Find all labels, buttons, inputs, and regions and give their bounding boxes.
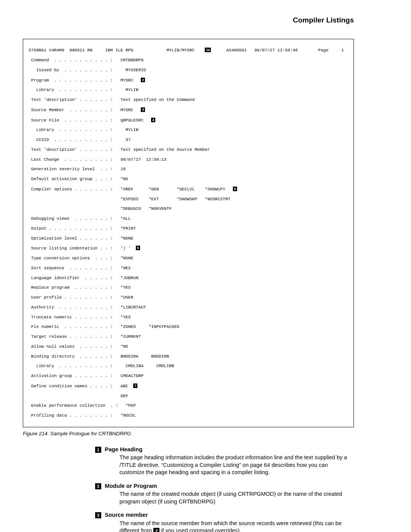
cmd-compiler-options3: *DEBUGIO *NOEVENTF [29, 206, 348, 211]
cmd-typeconv: Type conversion options . . . : *NONE [29, 256, 348, 261]
cmd-defactgrp: Default activation group . . . : *NO [29, 177, 348, 182]
cmd-fixnum: Fix numeric . . . . . . . . . : *ZONED *… [29, 324, 348, 329]
cmd-text-desc2: Text 'description' . . . . . . : Text sp… [29, 147, 348, 152]
cmd-truncnum: Truncate numeric . . . . . . . : *YES [29, 315, 348, 320]
cmd-bnddir-lib: Library . . . . . . . . . . : CMDLIBA CM… [29, 364, 348, 369]
callout-3: 3 [141, 107, 145, 112]
def-body-3b: if you used command overrides). [161, 527, 241, 532]
callout-4: 4 [151, 118, 155, 122]
listing-prod-info-a: 5769RG1 V4R4M0 990521 RN IBM ILE RPG MYL… [29, 48, 205, 53]
cmd-optlevel: Optimization level . . . . . . : *NONE [29, 236, 348, 241]
cmd-profdata: Profiling data . . . . . . . . : *NOCOL [29, 413, 348, 418]
def-body-1: The page heading information includes th… [119, 454, 350, 476]
callout-1a: 1a [205, 48, 211, 52]
cmd-userprof: User profile . . . . . . . . . : *USER [29, 295, 348, 300]
callout-7: 7 [133, 383, 137, 388]
callout-5: 5 [233, 187, 237, 191]
def-num-1: 1 [95, 447, 101, 453]
cmd-src-indent: Source listing indentation . . : '| ' [29, 246, 136, 251]
cmd-langid: Language identifier . . . . . : *JOBRUN [29, 276, 348, 281]
cmd-source-member: Source Member . . . . . . . . : MYSRC [29, 108, 141, 112]
page-header: Compiler Listings [19, 15, 354, 26]
definition-list: 1 Page Heading The page heading informat… [95, 445, 350, 532]
cmd-output: Output . . . . . . . . . . . . : *PRINT [29, 226, 348, 231]
cmd-command: Command . . . . . . . . . . . : CRTBNDRP… [29, 58, 348, 63]
cmd-defcond2: DEF [29, 394, 348, 399]
def-title-1: Page Heading [105, 446, 142, 452]
def-title-2: Module or Program [105, 482, 157, 489]
cmd-actgrp: Activation group . . . . . . . : CMDACTG… [29, 374, 348, 379]
cmd-perfcol: Enable performance collection . : *PEP [29, 403, 348, 408]
def-body-2: The name of the created module object (i… [119, 490, 350, 505]
cmd-program-lib: Library . . . . . . . . . . : MYLIB [29, 88, 348, 93]
def-item-2: 2 Module or Program The name of the crea… [95, 482, 350, 505]
def-item-3: 3 Source member The name of the source m… [95, 511, 350, 532]
compiler-listing-box: 5769RG1 V4R4M0 990521 RN IBM ILE RPG MYL… [23, 39, 354, 427]
def-title-3: Source member [105, 511, 148, 518]
cmd-bnddir: Binding directory . . . . . . : BNDDIRA … [29, 354, 348, 359]
cmd-program: Program . . . . . . . . . . . : MYSRC [29, 78, 141, 83]
cmd-issuedby: Issued by . . . . . . . . . : MYUSERID [29, 68, 348, 73]
cmd-dbgviews: Debugging views . . . . . . . : *ALL [29, 216, 348, 221]
figure-caption: Figure 214. Sample Prologue for CRTBNDRP… [23, 430, 354, 438]
cmd-compiler-options1: Compiler options . . . . . . . : *XREF *… [29, 187, 233, 192]
cmd-source-file: Source File . . . . . . . . . : QRPGLESR… [29, 118, 151, 123]
callout-2: 2 [141, 78, 145, 82]
cmd-sourcefile-lib: Library . . . . . . . . . . : MYLIB [29, 128, 348, 133]
cmd-gensev: Generation severity level . . : 10 [29, 167, 348, 172]
def-item-1: 1 Page Heading The page heading informat… [95, 445, 350, 476]
cmd-sortseq: Sort sequence . . . . . . . . : *HEX [29, 266, 348, 271]
cmd-replace: Replace program . . . . . . . : *YES [29, 285, 348, 290]
cmd-allownull: Allow null values . . . . . . : *NO [29, 344, 348, 349]
inline-callout-2: 2 [153, 528, 159, 532]
cmd-authority: Authority . . . . . . . . . . : *LIBCRTA… [29, 305, 348, 310]
cmd-last-change: Last Change . . . . . . . . . : 98/07/27… [29, 157, 348, 162]
def-num-3: 3 [95, 512, 101, 518]
cmd-compiler-options2: *EXPDDS *EXT *SHOWSKP *NOSRCSTMT [29, 197, 348, 202]
def-body-3: The name of the source member from which… [119, 520, 350, 532]
cmd-text-desc1: Text 'description' . . . . . . : Text sp… [29, 97, 348, 102]
callout-6: 6 [136, 246, 140, 250]
cmd-tgtrls: Target release . . . . . . . . : *CURREN… [29, 334, 348, 339]
listing-prod-info-b: AS400S01 98/07/27 12:58:46 Page 1 [211, 48, 344, 53]
def-num-2: 2 [95, 483, 101, 489]
cmd-ccsid: CCSID . . . . . . . . . . . : 37 [29, 137, 348, 142]
cmd-defcond: Define condition names . . . . : ABC [29, 384, 133, 388]
